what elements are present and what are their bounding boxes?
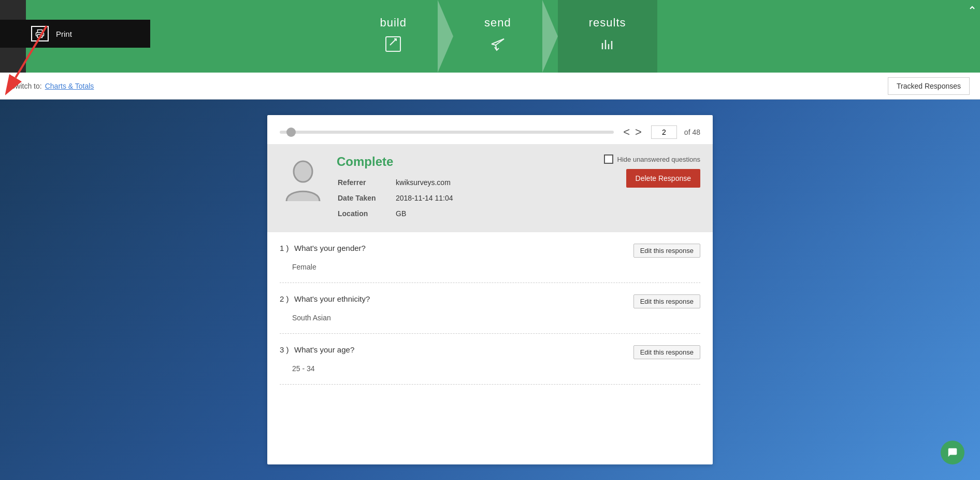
results-icon — [598, 35, 617, 57]
delete-response-button[interactable]: Delete Response — [626, 169, 700, 188]
question-label-2: 2 ) What's your ethnicity? — [280, 294, 370, 304]
answer-3: 25 - 34 — [280, 364, 700, 373]
answer-2: South Asian — [280, 314, 700, 322]
question-label-3: 3 ) What's your age? — [280, 345, 354, 355]
response-slider[interactable] — [280, 131, 614, 134]
question-text-3: What's your age? — [294, 345, 354, 354]
collapse-button[interactable] — [964, 0, 980, 16]
print-label: Print — [56, 30, 72, 38]
response-info: Complete Referrer kwiksurveys.com Date T… — [337, 154, 594, 222]
next-arrow-icon[interactable]: > — [633, 126, 644, 138]
nav-arrows[interactable]: < > — [621, 126, 644, 138]
chevron-divider-2 — [542, 0, 558, 73]
question-number-3: 3 ) — [280, 345, 289, 354]
page-number-input[interactable]: 2 — [651, 125, 677, 139]
response-header: Complete Referrer kwiksurveys.com Date T… — [267, 144, 713, 232]
print-icon[interactable] — [31, 26, 49, 41]
question-row-3: 3 ) What's your age? Edit this response — [280, 345, 700, 359]
prev-arrow-icon[interactable]: < — [621, 126, 632, 138]
toolbar: Switch to: Charts & Totals Tracked Respo… — [0, 73, 980, 100]
tracked-responses-button[interactable]: Tracked Responses — [888, 77, 970, 95]
question-item-1: 1 ) What's your gender? Edit this respon… — [280, 232, 700, 283]
charts-totals-link[interactable]: Charts & Totals — [45, 82, 94, 90]
location-label: Location — [338, 206, 390, 221]
question-number-1: 1 ) — [280, 244, 289, 252]
hide-unanswered-control: Hide unanswered questions — [604, 154, 700, 164]
hide-unanswered-label: Hide unanswered questions — [617, 156, 700, 163]
svg-line-7 — [390, 39, 396, 45]
question-number-2: 2 ) — [280, 294, 289, 303]
slider-area: < > 2 of 48 — [267, 115, 713, 144]
question-row-1: 1 ) What's your gender? Edit this respon… — [280, 244, 700, 258]
status-badge: Complete — [337, 154, 594, 169]
hide-unanswered-checkbox[interactable] — [604, 154, 613, 164]
chat-bubble-button[interactable] — [941, 441, 964, 464]
date-value: 2018-11-14 11:04 — [391, 191, 453, 205]
referrer-label: Referrer — [338, 175, 390, 190]
send-icon — [488, 35, 507, 57]
question-label-1: 1 ) What's your gender? — [280, 244, 366, 253]
response-card: < > 2 of 48 Complete Referrer kwiksurvey… — [267, 115, 713, 464]
switch-prefix: Switch to: — [10, 82, 42, 90]
questions-area: 1 ) What's your gender? Edit this respon… — [267, 232, 713, 385]
toolbar-left: Switch to: Charts & Totals — [10, 82, 94, 90]
question-text-2: What's your ethnicity? — [294, 294, 370, 303]
referrer-value: kwiksurveys.com — [391, 175, 453, 190]
question-item-2: 2 ) What's your ethnicity? Edit this res… — [280, 283, 700, 334]
answer-1: Female — [280, 263, 700, 271]
date-label: Date Taken — [338, 191, 390, 205]
slider-thumb[interactable] — [286, 128, 296, 137]
nav-steps: build send result — [26, 0, 980, 73]
response-metadata: Referrer kwiksurveys.com Date Taken 2018… — [337, 174, 454, 222]
chevron-divider-1 — [438, 0, 453, 73]
response-actions: Hide unanswered questions Delete Respons… — [604, 154, 700, 188]
edit-response-button-2[interactable]: Edit this response — [633, 294, 700, 308]
question-text-1: What's your gender? — [294, 244, 366, 252]
page-total: of 48 — [684, 128, 700, 136]
svg-rect-6 — [386, 37, 400, 51]
nav-step-build[interactable]: build — [349, 0, 438, 73]
svg-rect-0 — [38, 35, 42, 38]
nav-step-send[interactable]: send — [453, 0, 542, 73]
svg-point-14 — [294, 161, 312, 182]
edit-response-button-1[interactable]: Edit this response — [633, 244, 700, 258]
avatar — [280, 154, 326, 206]
question-row-2: 2 ) What's your ethnicity? Edit this res… — [280, 294, 700, 308]
build-icon — [384, 35, 402, 57]
main-content: < > 2 of 48 Complete Referrer kwiksurvey… — [0, 100, 980, 480]
location-value: GB — [391, 206, 453, 221]
edit-response-button-3[interactable]: Edit this response — [633, 345, 700, 359]
question-item-3: 3 ) What's your age? Edit this response … — [280, 334, 700, 385]
print-tooltip: Print — [0, 20, 150, 48]
nav-step-results[interactable]: results — [558, 0, 657, 73]
